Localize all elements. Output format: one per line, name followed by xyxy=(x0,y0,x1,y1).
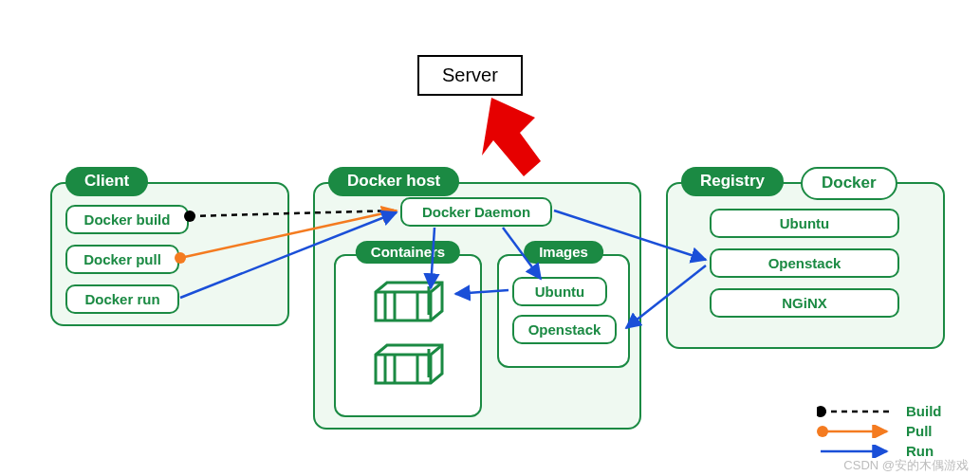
client-item-docker-pull: Docker pull xyxy=(65,245,179,274)
container-icon xyxy=(374,343,444,385)
host-panel: Docker host Docker Daemon Containers xyxy=(313,182,641,430)
host-title: Docker host xyxy=(328,167,459,196)
registry-item-openstack: Openstack xyxy=(710,248,899,278)
client-title: Client xyxy=(65,167,148,196)
legend-pull-label: Pull xyxy=(906,423,963,439)
registry-item-nginx: NGiNX xyxy=(710,288,899,318)
containers-subpanel: Containers xyxy=(334,254,482,417)
image-item-ubuntu: Ubuntu xyxy=(512,277,607,306)
svg-marker-10 xyxy=(482,98,541,176)
docker-daemon: Docker Daemon xyxy=(400,197,552,227)
annotation-server: Server xyxy=(417,55,523,96)
registry-item-ubuntu: Ubuntu xyxy=(710,209,899,238)
container-icon xyxy=(374,281,444,322)
client-panel: Client Docker build Docker pull Docker r… xyxy=(50,182,289,326)
containers-title: Containers xyxy=(356,241,460,264)
registry-brand: Docker xyxy=(801,167,897,200)
watermark: CSDN @安的木偶游戏 xyxy=(843,457,969,474)
legend-pull: Pull xyxy=(817,423,963,439)
registry-title: Registry xyxy=(681,167,784,196)
legend: Build Pull Run xyxy=(817,399,963,459)
registry-panel: Registry Docker Ubuntu Openstack NGiNX xyxy=(666,182,945,349)
image-item-openstack: Openstack xyxy=(512,315,617,344)
images-subpanel: Images Ubuntu Openstack xyxy=(497,254,630,368)
legend-build: Build xyxy=(817,403,963,419)
client-item-docker-build: Docker build xyxy=(65,205,189,234)
client-item-docker-run: Docker run xyxy=(65,284,179,314)
annotation-server-label: Server xyxy=(442,64,498,85)
legend-build-label: Build xyxy=(906,403,963,419)
images-title: Images xyxy=(524,241,603,264)
